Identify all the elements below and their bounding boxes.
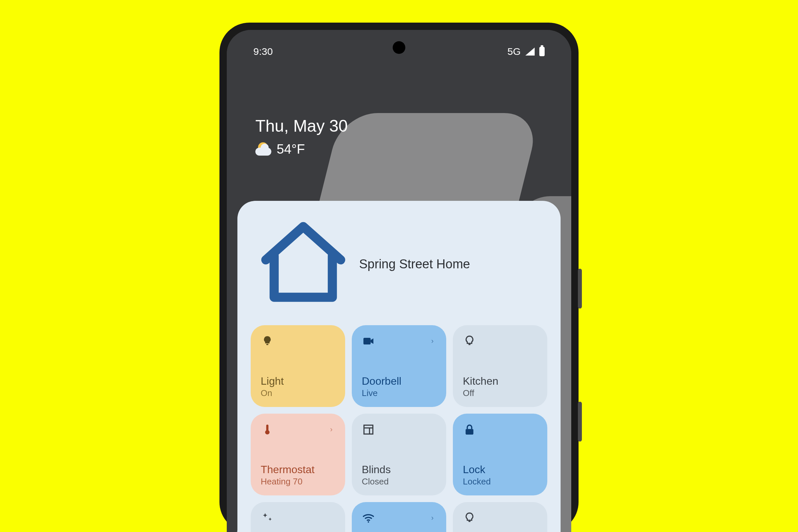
battery-icon: [539, 47, 545, 56]
phone-screen: 9:30 5G Thu, May 30 54°F: [227, 30, 571, 532]
tile-status: Locked: [463, 476, 537, 487]
weather-icon: [255, 141, 271, 157]
camera-icon: [362, 335, 375, 348]
lightbulb-out-icon: [463, 335, 476, 348]
tile-name: Blinds: [362, 463, 436, 476]
svg-rect-3: [364, 425, 373, 434]
status-time: 9:30: [253, 46, 273, 57]
tile-name: Kitchen: [463, 375, 537, 387]
tile-doorbell[interactable]: ›DoorbellLive: [352, 325, 446, 407]
tile-status: Live: [362, 388, 436, 398]
svg-point-7: [368, 521, 369, 523]
wifi-icon: [362, 511, 375, 525]
tile-sensor[interactable]: ›Sensor68°F: [352, 502, 446, 532]
blinds-icon: [362, 423, 375, 436]
svg-rect-1: [363, 338, 371, 344]
chevron-right-icon: ›: [330, 425, 332, 434]
svg-rect-2: [469, 344, 471, 345]
thermometer-icon: [261, 423, 274, 436]
tile-light[interactable]: LightOn: [251, 325, 345, 407]
tile-name: Thermostat: [261, 463, 335, 476]
date-text: Thu, May 30: [255, 116, 348, 136]
signal-icon: [525, 48, 535, 56]
tile-status: Heating 70: [261, 476, 335, 487]
chevron-right-icon: ›: [431, 514, 434, 522]
widget-header[interactable]: Spring Street Home: [251, 214, 547, 314]
side-button: [578, 402, 582, 441]
svg-rect-0: [266, 344, 269, 345]
tile-name: Lock: [463, 463, 537, 476]
tile-lamp[interactable]: LampOff: [453, 502, 547, 532]
tile-name: Light: [261, 375, 335, 387]
tile-blinds[interactable]: BlindsClosed: [352, 414, 446, 495]
lightbulb-icon: [261, 335, 274, 348]
home-icon: [253, 214, 353, 314]
phone-frame: 9:30 5G Thu, May 30 54°F: [220, 23, 578, 532]
svg-rect-8: [469, 521, 471, 522]
home-widget[interactable]: Spring Street Home LightOn›DoorbellLiveK…: [238, 201, 560, 532]
lightbulb-out-icon: [463, 511, 476, 525]
tile-lock[interactable]: LockLocked: [453, 414, 547, 495]
camera-hole: [393, 41, 405, 54]
tile-getting-ready[interactable]: Getting Ready2 actions: [251, 502, 345, 532]
svg-rect-6: [466, 429, 473, 435]
tile-thermostat[interactable]: ›ThermostatHeating 70: [251, 414, 345, 495]
temperature-text: 54°F: [277, 141, 305, 157]
tile-name: Doorbell: [362, 375, 436, 387]
widget-title: Spring Street Home: [359, 257, 470, 271]
date-weather-block[interactable]: Thu, May 30 54°F: [255, 116, 348, 157]
network-label: 5G: [507, 46, 521, 57]
lock-icon: [463, 423, 476, 436]
tile-kitchen[interactable]: KitchenOff: [453, 325, 547, 407]
tile-status: Closed: [362, 476, 436, 487]
sparkles-icon: [261, 511, 274, 525]
tile-status: Off: [463, 388, 537, 398]
chevron-right-icon: ›: [431, 337, 434, 345]
tile-status: On: [261, 388, 335, 398]
side-button: [578, 269, 582, 308]
